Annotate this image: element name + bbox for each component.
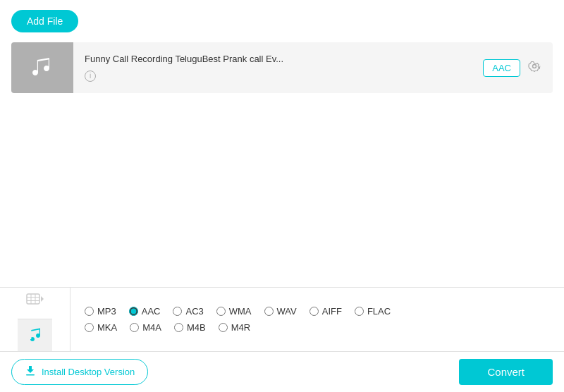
info-icon[interactable]: i [85, 71, 96, 82]
format-aiff[interactable]: AIFF [309, 306, 342, 317]
format-ac3[interactable]: AC3 [173, 306, 203, 317]
svg-rect-6 [26, 374, 35, 376]
format-m4a[interactable]: M4A [130, 322, 161, 333]
format-mp3[interactable]: MP3 [85, 306, 116, 317]
format-mka[interactable]: MKA [85, 322, 117, 333]
file-item: Funny Call Recording TeluguBest Prank ca… [11, 42, 553, 93]
add-file-button[interactable]: Add File [11, 10, 78, 32]
format-flac[interactable]: FLAC [355, 306, 391, 317]
format-m4b[interactable]: M4B [174, 322, 206, 333]
file-thumbnail [11, 42, 73, 93]
format-selector: MP3 AAC AC3 WMA WAV AIFF F [0, 288, 564, 351]
format-wav[interactable]: WAV [264, 306, 297, 317]
music-icon [28, 53, 56, 83]
convert-button[interactable]: Convert [459, 359, 553, 385]
svg-rect-0 [27, 294, 39, 304]
install-desktop-button[interactable]: Install Desktop Version [11, 359, 148, 385]
settings-icon[interactable] [527, 59, 541, 77]
format-m4r[interactable]: M4R [219, 322, 250, 333]
format-row-2: MKA M4A M4B M4R [85, 322, 550, 333]
file-list: Funny Call Recording TeluguBest Prank ca… [0, 42, 564, 287]
header: Add File [0, 0, 564, 42]
file-actions: AAC [483, 59, 553, 77]
footer: Install Desktop Version Convert [0, 351, 564, 392]
format-wma[interactable]: WMA [216, 306, 252, 317]
format-tabs [0, 288, 70, 351]
bottom-panel: MP3 AAC AC3 WMA WAV AIFF F [0, 287, 564, 351]
audio-tab[interactable] [18, 319, 53, 351]
file-name: Funny Call Recording TeluguBest Prank ca… [85, 54, 402, 64]
file-info: Funny Call Recording TeluguBest Prank ca… [73, 48, 483, 87]
audio-tab-icon [26, 325, 44, 346]
format-badge[interactable]: AAC [483, 59, 520, 77]
format-aac[interactable]: AAC [129, 306, 161, 317]
download-icon [25, 365, 36, 379]
svg-marker-5 [41, 296, 44, 302]
video-tab[interactable] [18, 288, 53, 319]
format-row-1: MP3 AAC AC3 WMA WAV AIFF F [85, 306, 550, 317]
format-options: MP3 AAC AC3 WMA WAV AIFF F [70, 299, 564, 340]
install-label: Install Desktop Version [42, 367, 135, 377]
video-tab-icon [26, 293, 44, 313]
